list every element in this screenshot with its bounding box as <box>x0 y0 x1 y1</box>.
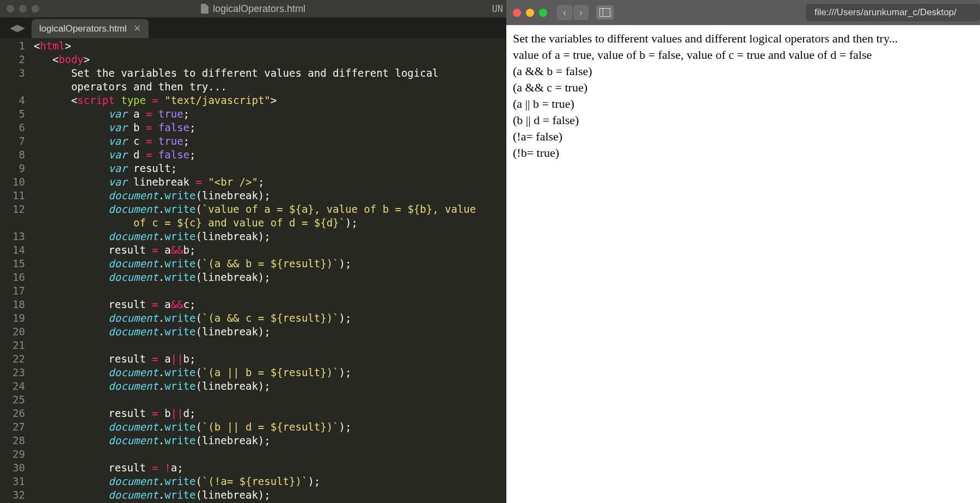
back-button[interactable]: ‹ <box>557 5 572 20</box>
line-number-gutter: 1234567891011121314151617181920212223242… <box>0 38 30 503</box>
editor-title-text: logicalOperators.html <box>213 3 305 15</box>
editor-tabbar: ◀▶ logicalOperators.html ✕ <box>0 17 506 38</box>
traffic-light-icon <box>32 5 39 13</box>
output-line: (a && b = false) <box>513 63 973 79</box>
editor-traffic-lights <box>0 5 39 13</box>
editor-status-suffix: UN <box>492 3 503 14</box>
editor-window-title: logicalOperators.html <box>201 3 305 15</box>
document-icon <box>201 4 209 14</box>
output-line: value of a = true, value of b = false, v… <box>513 47 973 63</box>
browser-nav-buttons: ‹ › <box>557 5 589 20</box>
sidebar-toggle-button[interactable] <box>596 5 614 20</box>
editor-titlebar: logicalOperators.html UN <box>0 0 506 17</box>
tab-label: logicalOperators.html <box>39 23 127 34</box>
output-line: Set the variables to different values an… <box>513 30 973 47</box>
output-line: (b || d = false) <box>513 112 973 128</box>
output-line: (a || b = true) <box>513 96 973 112</box>
close-window-icon[interactable] <box>513 9 521 17</box>
tab-close-icon[interactable]: ✕ <box>133 23 141 34</box>
output-line: (a && c = true) <box>513 79 973 96</box>
browser-toolbar: ‹ › file:///Users/arunkumar_c/Desktop/ <box>506 0 980 25</box>
minimize-window-icon[interactable] <box>526 9 534 17</box>
editor-tab[interactable]: logicalOperators.html ✕ <box>32 19 149 38</box>
browser-pane: ‹ › file:///Users/arunkumar_c/Desktop/ S… <box>506 0 980 503</box>
editor-history-arrows[interactable]: ◀▶ <box>0 17 32 38</box>
traffic-light-icon <box>7 5 14 13</box>
browser-traffic-lights[interactable] <box>513 9 547 17</box>
forward-button[interactable]: › <box>573 5 589 20</box>
url-text: file:///Users/arunkumar_c/Desktop/ <box>814 7 957 18</box>
sidebar-icon <box>599 8 610 17</box>
output-line: (!b= true) <box>513 145 973 161</box>
browser-page-content: Set the variables to different values an… <box>506 25 980 503</box>
traffic-light-icon <box>19 5 27 13</box>
output-line: (!a= false) <box>513 128 973 145</box>
editor-pane: logicalOperators.html UN ◀▶ logicalOpera… <box>0 0 506 503</box>
code-area[interactable]: 1234567891011121314151617181920212223242… <box>0 38 506 503</box>
address-bar[interactable]: file:///Users/arunkumar_c/Desktop/ <box>806 4 980 21</box>
code-content[interactable]: <html> <body> Set the variables to diffe… <box>30 38 506 503</box>
maximize-window-icon[interactable] <box>539 9 547 17</box>
